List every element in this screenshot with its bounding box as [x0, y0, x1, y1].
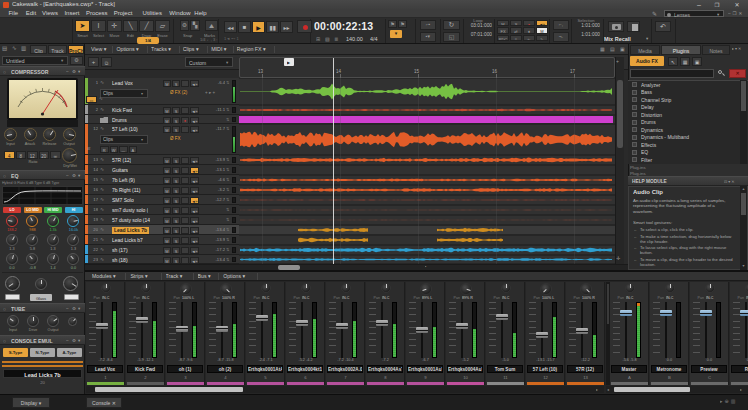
lens-box[interactable]: Lenses▾: [664, 10, 724, 17]
tv-icon-2[interactable]: ▤: [610, 46, 618, 53]
marker-flag2-icon[interactable]: ⚑: [398, 20, 407, 28]
now-marker[interactable]: ▶: [284, 58, 294, 66]
checkbox-icon[interactable]: [632, 150, 637, 155]
mix-◄»[interactable]: ◄»: [536, 20, 548, 27]
tube-aux-knob[interactable]: [68, 317, 77, 326]
statusbar-icons[interactable]: ▸⊕▥: [720, 398, 746, 406]
speaker-icon[interactable]: ◄»: [190, 126, 199, 133]
speaker-icon[interactable]: ◄»: [190, 167, 199, 174]
track-row[interactable]: 14∿GuitarsMS◄»-13.1⇅: [85, 165, 239, 175]
solo-button[interactable]: S: [172, 257, 180, 264]
arm-button[interactable]: [181, 157, 189, 164]
mute-button[interactable]: M: [163, 167, 171, 174]
fx-label[interactable]: Ø FX (2): [170, 90, 200, 96]
console-tab[interactable]: Console ✕: [86, 397, 122, 408]
fader-cap[interactable]: [376, 320, 388, 326]
strip-name[interactable]: Preview: [691, 365, 727, 373]
inspector-icon-2[interactable]: ∿: [12, 45, 20, 53]
plugin-category[interactable]: Delay: [629, 104, 739, 112]
bus-scroll-left[interactable]: ◂: [607, 387, 613, 393]
arm-button[interactable]: [181, 167, 189, 174]
cmenu-bus[interactable]: Bus ▾: [198, 273, 216, 281]
mute-button[interactable]: M: [163, 157, 171, 164]
tube-knob-input[interactable]: [7, 315, 19, 327]
checkbox-icon[interactable]: [632, 142, 637, 147]
solo-button[interactable]: S: [172, 177, 180, 184]
pan-knob[interactable]: [420, 283, 432, 295]
pan-knob[interactable]: [220, 283, 232, 295]
track-row[interactable]: 18∿sm7 dusty solo (MS◄»⇅: [85, 205, 239, 215]
bus-hscroll-thumb[interactable]: [614, 387, 690, 392]
display-tab[interactable]: Display ▾: [12, 397, 50, 408]
power-icon[interactable]: ○: [3, 69, 9, 75]
plugin-category[interactable]: Channel Strip: [629, 96, 739, 104]
close-button[interactable]: ✕: [732, 1, 742, 8]
track-row[interactable]: 15∿7b Left (9)MS◄»-4.6⇅: [85, 175, 239, 185]
mdi-controls[interactable]: ‒❐✕: [728, 11, 746, 17]
record-button[interactable]: [297, 20, 312, 33]
browser-tab-notes[interactable]: Notes: [702, 45, 730, 55]
eq-freq-knob[interactable]: [26, 215, 38, 227]
pan-knob[interactable]: [501, 283, 511, 293]
minimize-button[interactable]: –: [694, 1, 704, 8]
sel-in-icon[interactable]: ⌐,: [553, 20, 569, 30]
speaker-icon[interactable]: ◄»: [190, 117, 199, 124]
duplicate-track-button[interactable]: ⧉: [101, 57, 112, 67]
arm-button[interactable]: [181, 227, 189, 234]
strip-name[interactable]: Erthqks0001AtAk: [247, 365, 283, 373]
mix-●[interactable]: ●: [523, 20, 535, 27]
fader-cap[interactable]: [96, 323, 108, 329]
speaker-icon[interactable]: ◄»: [190, 207, 199, 214]
power-icon[interactable]: ○: [3, 173, 9, 179]
mixer-hscroll-thumb[interactable]: [95, 387, 243, 392]
tab-proch[interactable]: ProCh: [68, 45, 84, 54]
strip-name[interactable]: Master: [611, 365, 647, 373]
strip-name[interactable]: Tom Sum: [487, 365, 523, 373]
comp-knob-output[interactable]: [63, 128, 76, 141]
pan-knob[interactable]: [625, 283, 635, 293]
arm-button[interactable]: [181, 257, 189, 264]
search-input[interactable]: [630, 69, 714, 78]
help-header-icons[interactable]: ⊡▾✕: [724, 179, 744, 185]
pan-knob[interactable]: [705, 283, 715, 293]
speaker-icon[interactable]: ◄»: [190, 247, 199, 254]
console-type-n-type[interactable]: N-Type: [30, 348, 55, 357]
ratio-0[interactable]: 4: [4, 151, 15, 159]
fader-cap[interactable]: [576, 328, 588, 334]
strip-name[interactable]: Kick Fwd: [127, 365, 163, 373]
mute-button[interactable]: M: [163, 80, 171, 87]
pan-knob[interactable]: [745, 283, 748, 293]
eq-q-knob[interactable]: [6, 234, 18, 246]
mixer-strip[interactable]: PanIN-C0.0PreviewC: [690, 282, 729, 385]
track-row[interactable]: DrumsMS●◄»⇅: [85, 115, 239, 124]
mute-button[interactable]: M: [163, 217, 171, 224]
menu-help[interactable]: Help: [192, 10, 209, 18]
track-row[interactable]: 16∿7b Right (11)MS◄»-3.2⇅: [85, 185, 239, 195]
eq-q-knob[interactable]: [47, 234, 59, 246]
drywet-knob[interactable]: [62, 148, 77, 163]
solo-button[interactable]: S: [172, 117, 180, 124]
time-icon-1[interactable]: ⊞: [316, 36, 324, 42]
arm-button[interactable]: [181, 126, 189, 133]
mixer-scroll-right[interactable]: ▸: [596, 387, 603, 393]
mute-button[interactable]: M: [163, 247, 171, 254]
glass-button[interactable]: Glass: [30, 294, 52, 301]
punch-out-icon[interactable]: ▪▾: [420, 32, 436, 42]
track-row[interactable]: 20∿Lead Licks 7bMS◄»-13.4⇅: [85, 225, 239, 235]
console-type-a-type[interactable]: A-Type: [57, 348, 82, 357]
strip-name[interactable]: 57 Left (10): [527, 365, 563, 373]
pan-knob[interactable]: [141, 283, 151, 293]
tool-smart[interactable]: ➤: [75, 20, 90, 32]
mix-✎[interactable]: ✎: [536, 35, 548, 42]
mix-♦[interactable]: ♦: [523, 27, 535, 34]
checkbox-icon[interactable]: [632, 127, 637, 132]
loop-end[interactable]: 07:01:000: [464, 32, 492, 39]
autom-2[interactable]: —: [119, 146, 128, 153]
mix-M[interactable]: M: [497, 20, 509, 27]
tube-knob-output[interactable]: [47, 315, 59, 327]
transport-rewind[interactable]: ◂◂: [224, 21, 237, 33]
speaker-icon[interactable]: ◄»: [190, 217, 199, 224]
checkbox-icon[interactable]: [632, 120, 637, 125]
track-row[interactable]: 12∿57 Left (10)MS◄»-11.7⇅Clips▾Ø FX≋RW—A: [85, 124, 239, 155]
fader-cap[interactable]: [740, 310, 748, 316]
